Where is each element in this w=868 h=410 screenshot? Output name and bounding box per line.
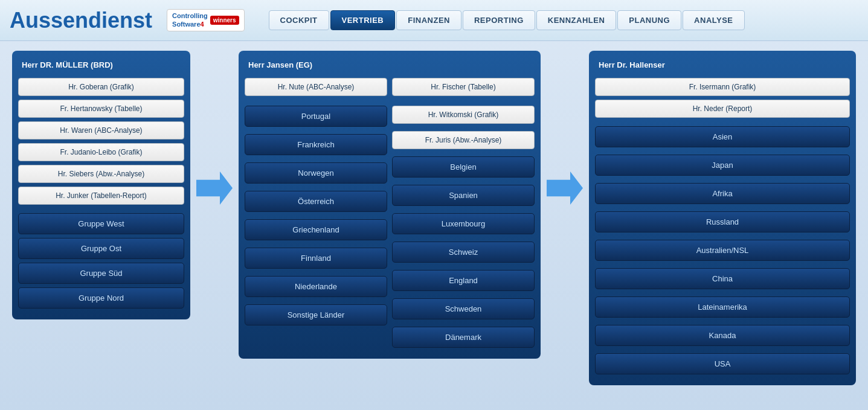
panel-middle-cols: PortugalFrankreichNorwegenÖsterreichGrie… — [245, 106, 535, 351]
panel-right-white-buttons: Fr. Isermann (Grafik)Hr. Neder (Report) — [595, 78, 850, 118]
logo-line2: Software4 — [172, 21, 208, 28]
list-item[interactable]: Hr. Neder (Report) — [595, 100, 850, 118]
list-item[interactable]: England — [392, 270, 535, 291]
list-item[interactable]: Fr. Isermann (Grafik) — [595, 78, 850, 96]
list-item[interactable]: Hr. Siebers (Abw.-Analyse) — [18, 165, 184, 183]
arrow-right-icon — [196, 171, 233, 205]
main-content: Herr DR. MÜLLER (BRD) Hr. Goberan (Grafi… — [0, 41, 868, 395]
panel-right-col1: AsienJapanAfrikaRusslandAustralien/NSLCh… — [595, 126, 850, 378]
list-item[interactable]: China — [595, 268, 850, 289]
list-item[interactable]: Schweiz — [392, 242, 535, 263]
list-item[interactable]: Finnland — [245, 248, 387, 269]
header: Aussendienst Controlling Software4 winne… — [0, 0, 868, 41]
panel-right: Herr Dr. Hallenser Fr. Isermann (Grafik)… — [589, 51, 856, 385]
list-item[interactable]: Gruppe Nord — [18, 287, 184, 309]
list-item[interactable]: Hr. Junker (Tabellen-Report) — [18, 187, 184, 205]
panel-middle-top: Hr. Nute (ABC-Analyse)Hr. Fischer (Tabel… — [245, 78, 535, 100]
logo-line1: Controlling — [172, 12, 208, 20]
list-item[interactable]: Sonstige Länder — [245, 304, 387, 325]
list-item[interactable]: Australien/NSL — [595, 240, 850, 261]
list-item[interactable]: Gruppe Ost — [18, 238, 184, 259]
panel-left-header: Herr DR. MÜLLER (BRD) — [18, 58, 184, 72]
list-item[interactable]: Portugal — [245, 106, 387, 127]
panel-left: Herr DR. MÜLLER (BRD) Hr. Goberan (Grafi… — [12, 51, 190, 319]
panel-left-dark-buttons: Gruppe WestGruppe OstGruppe SüdGruppe No… — [18, 213, 184, 309]
app-title: Aussendienst — [10, 8, 152, 33]
logo-container: Controlling Software4 winners — [167, 9, 244, 31]
list-item[interactable]: Fr. Juris (Abw.-Analyse) — [392, 131, 535, 149]
panel-middle-col1: PortugalFrankreichNorwegenÖsterreichGrie… — [245, 106, 387, 351]
list-item[interactable]: Afrika — [595, 183, 850, 204]
list-item[interactable]: Niederlande — [245, 276, 387, 297]
list-item[interactable]: Spanien — [392, 185, 535, 206]
nav-btn-planung[interactable]: PLANUNG — [617, 10, 681, 30]
list-item[interactable]: Frankreich — [245, 134, 387, 155]
logo-text: Controlling Software4 — [172, 12, 208, 28]
list-item[interactable]: Fr. Judanio-Leibo (Grafik) — [18, 143, 184, 161]
logo-box: Controlling Software4 winners — [167, 9, 244, 31]
arrow-1-container — [190, 51, 239, 205]
list-item[interactable]: Hr. Waren (ABC-Analyse) — [18, 121, 184, 139]
list-item[interactable]: Kanada — [595, 325, 850, 346]
nav-btn-analyse[interactable]: ANALYSE — [683, 10, 744, 30]
list-item[interactable]: Hr. Nute (ABC-Analyse) — [245, 78, 387, 96]
list-item[interactable]: Hr. Fischer (Tabelle) — [392, 78, 535, 96]
list-item[interactable]: Asien — [595, 126, 850, 147]
nav-btn-vertrieb[interactable]: VERTRIEB — [330, 10, 396, 30]
list-item[interactable]: Fr. Hertanowsky (Tabelle) — [18, 100, 184, 118]
list-item[interactable]: Gruppe West — [18, 213, 184, 234]
panel-middle: Herr Jansen (EG) Hr. Nute (ABC-Analyse)H… — [239, 51, 541, 359]
nav-btn-finanzen[interactable]: FINANZEN — [396, 10, 461, 30]
list-item[interactable]: Gruppe Süd — [18, 263, 184, 284]
panel-left-white-buttons: Hr. Goberan (Grafik)Fr. Hertanowsky (Tab… — [18, 78, 184, 205]
list-item[interactable]: USA — [595, 353, 850, 374]
main-nav: COCKPITVERTRIEBFINANZENREPORTINGKENNZAHL… — [269, 10, 745, 30]
arrow-2-container — [541, 51, 589, 205]
list-item[interactable]: Österreich — [245, 191, 387, 212]
list-item[interactable]: Lateinamerika — [595, 296, 850, 318]
nav-btn-reporting[interactable]: REPORTING — [463, 10, 535, 30]
list-item[interactable]: Norwegen — [245, 162, 387, 184]
nav-btn-cockpit[interactable]: COCKPIT — [269, 10, 329, 30]
nav-btn-kennzahlen[interactable]: KENNZAHLEN — [536, 10, 617, 30]
list-item[interactable]: Dänemark — [392, 327, 535, 348]
list-item[interactable]: Belgien — [392, 156, 535, 178]
list-item[interactable]: Hr. Witkomski (Grafik) — [392, 106, 535, 124]
panel-middle-col2: Hr. Witkomski (Grafik)Fr. Juris (Abw.-An… — [392, 106, 535, 351]
panel-right-cols: AsienJapanAfrikaRusslandAustralien/NSLCh… — [595, 126, 850, 378]
list-item[interactable]: Griechenland — [245, 219, 387, 240]
list-item[interactable]: Japan — [595, 155, 850, 176]
arrow-right-icon-2 — [547, 171, 583, 205]
list-item[interactable]: Russland — [595, 211, 850, 232]
list-item[interactable]: Luxembourg — [392, 213, 535, 234]
list-item[interactable]: Hr. Goberan (Grafik) — [18, 78, 184, 96]
list-item[interactable]: Schweden — [392, 298, 535, 319]
logo-badge: winners — [210, 16, 239, 25]
panel-middle-header: Herr Jansen (EG) — [245, 58, 535, 72]
panel-right-header: Herr Dr. Hallenser — [595, 58, 850, 72]
